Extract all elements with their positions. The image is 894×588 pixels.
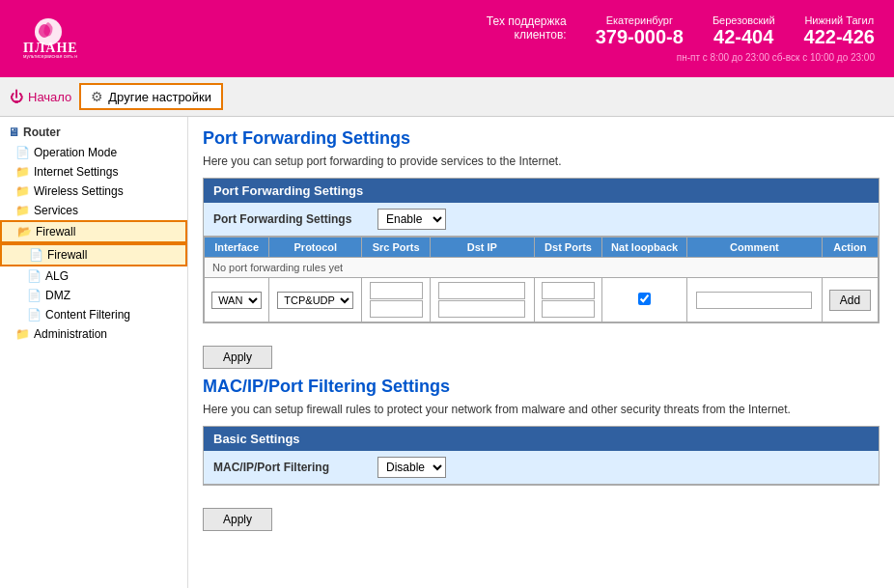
mac-ip-desc: Here you can setup firewall rules to pro… [203,403,880,416]
mac-ip-settings-row: MAC/IP/Port Filtering Disable Enable [204,451,879,485]
pf-comment-cell [686,278,822,322]
settings-label: Другие настройки [108,90,211,104]
th-dst-ip: Dst IP [430,238,534,258]
sidebar-item-administration[interactable]: 📁 Administration [0,324,187,344]
th-nat-loopback: Nat loopback [602,238,687,258]
pf-dst-ports-cell [534,278,602,322]
sidebar-item-internet-settings[interactable]: 📁 Internet Settings [0,162,187,182]
th-src-ports: Src Ports [362,238,431,258]
sidebar-item-operation-mode[interactable]: 📄 Operation Mode [0,143,187,162]
svg-text:мультисервисная сеть нового по: мультисервисная сеть нового поколения [23,53,77,59]
doc-icon-firewall: 📄 [29,248,43,262]
pf-interface-select[interactable]: WAN [211,292,262,309]
mac-ip-title: MAC/IP/Port Filtering Settings [203,377,880,397]
main-layout: 🖥 Router 📄 Operation Mode 📁 Internet Set… [0,117,894,588]
mac-ip-filter-label: MAC/IP/Port Filtering [213,461,368,474]
port-forwarding-section: Port Forwarding Settings Here you can se… [203,128,880,377]
pf-dst-ip-end[interactable] [438,300,525,318]
sidebar-item-firewall-child[interactable]: 📄 Firewall [0,243,187,266]
city-nizhny-tagil: Нижний Тагил 422-426 [804,14,875,48]
port-forwarding-desc: Here you can setup port forwarding to pr… [203,154,880,168]
folder-plus-icon: 📁 [15,165,30,179]
pf-src-port-start[interactable] [370,282,423,299]
city-ekaterinburg: Екатеринбург 379-000-8 [596,14,684,48]
sidebar-item-services[interactable]: 📁 Services [0,201,187,220]
folder-plus-icon-3: 📁 [15,204,30,217]
support-label: Тех поддержка клиентов: [487,14,567,42]
sidebar-item-firewall-folder[interactable]: 📂 Firewall [0,220,187,243]
mac-ip-apply-button[interactable]: Apply [203,508,272,531]
header-contacts: Тех поддержка клиентов: Екатеринбург 379… [487,14,875,63]
folder-open-icon: 📂 [17,225,32,238]
logo: ПЛАНЕТА мультисервисная сеть нового поко… [19,18,77,59]
port-forwarding-section-header: Port Forwarding Settings [204,179,879,203]
sidebar-item-alg[interactable]: 📄 ALG [0,266,187,286]
pf-table: Interface Protocol Src Ports Dst IP Dst … [204,237,879,322]
doc-icon: 📄 [15,146,30,159]
pf-dst-port-start[interactable] [542,282,595,299]
mac-ip-section-header: Basic Settings [204,427,879,451]
pf-interface-cell: WAN [205,278,269,322]
sidebar-root-label: Router [23,126,61,139]
th-comment: Comment [686,238,822,258]
doc-icon-cf: 📄 [27,308,42,322]
doc-icon-alg: 📄 [27,269,42,283]
computer-icon: 🖥 [8,126,19,139]
pf-protocol-select[interactable]: TCP&UDP TCP UDP [277,292,353,309]
pf-protocol-cell: TCP&UDP TCP UDP [269,278,362,322]
folder-admin-icon: 📁 [15,327,30,341]
th-interface: Interface [205,238,269,258]
mac-ip-filter-select[interactable]: Disable Enable [377,457,446,478]
pf-comment-input[interactable] [696,292,812,309]
header: ПЛАНЕТА мультисервисная сеть нового поко… [0,0,894,77]
th-protocol: Protocol [269,238,362,258]
pf-src-ports-cell [362,278,431,322]
pf-nat-loopback-cell [602,278,687,322]
pf-enable-select[interactable]: Enable Disable [377,209,446,230]
pf-dst-port-end[interactable] [542,300,595,318]
pf-add-button[interactable]: Add [829,290,871,311]
pf-action-cell: Add [822,278,878,322]
logo-image: ПЛАНЕТА мультисервисная сеть нового поко… [19,18,77,59]
pf-apply-button[interactable]: Apply [203,346,272,369]
sidebar-item-dmz[interactable]: 📄 DMZ [0,286,187,305]
no-rules-row: No port forwarding rules yet [205,258,879,278]
sidebar-item-content-filtering[interactable]: 📄 Content Filtering [0,305,187,324]
pf-src-port-end[interactable] [370,300,423,318]
no-rules-text: No port forwarding rules yet [205,258,879,278]
pf-dst-ip-cell [430,278,534,322]
city-berezovsky: Березовский 42-404 [712,14,775,48]
sidebar-item-wireless-settings[interactable]: 📁 Wireless Settings [0,182,187,201]
pf-settings-label: Port Forwarding Settings [213,212,368,226]
start-label: Начало [28,90,71,104]
pf-table-header-row: Interface Protocol Src Ports Dst IP Dst … [205,238,879,258]
sidebar-item-router[interactable]: 🖥 Router [0,122,187,143]
folder-plus-icon-2: 📁 [15,184,30,198]
gear-icon: ⚙ [91,89,103,104]
port-forwarding-title: Port Forwarding Settings [203,128,880,149]
navbar: ⏻ Начало ⚙ Другие настройки [0,77,894,117]
port-forwarding-box: Port Forwarding Settings Port Forwarding… [203,178,880,323]
sidebar: 🖥 Router 📄 Operation Mode 📁 Internet Set… [0,117,188,588]
pf-dst-ip-start[interactable] [438,282,525,299]
start-button[interactable]: ⏻ Начало [10,89,71,104]
working-hours: пн-пт с 8:00 до 23:00 сб-вск с 10:00 до … [677,52,875,63]
port-forwarding-settings-row: Port Forwarding Settings Enable Disable [204,203,879,237]
mac-ip-box: Basic Settings MAC/IP/Port Filtering Dis… [203,426,880,486]
other-settings-button[interactable]: ⚙ Другие настройки [79,83,223,110]
mac-ip-filtering-section: MAC/IP/Port Filtering Settings Here you … [203,377,880,539]
doc-icon-dmz: 📄 [27,289,42,302]
th-action: Action [822,238,878,258]
pf-add-row: WAN TCP&UDP TCP UDP [205,278,879,322]
content-area: Port Forwarding Settings Here you can se… [188,117,894,588]
th-dst-ports: Dst Ports [534,238,602,258]
power-icon: ⏻ [10,89,23,104]
contacts-top: Тех поддержка клиентов: Екатеринбург 379… [487,14,875,48]
pf-nat-loopback-checkbox[interactable] [638,293,651,305]
